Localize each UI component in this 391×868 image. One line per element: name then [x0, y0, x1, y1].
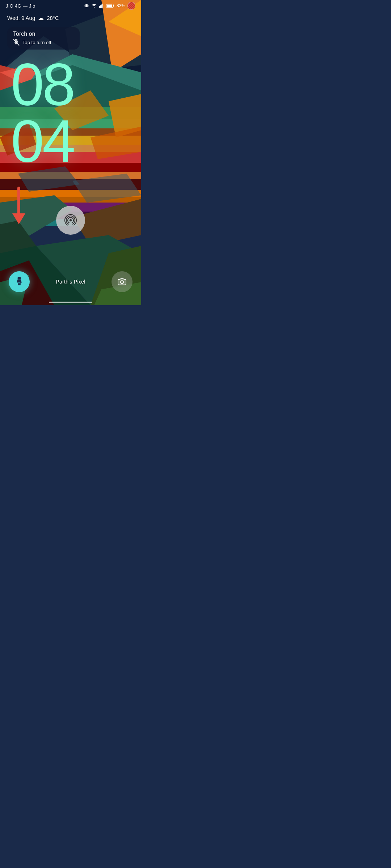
- battery-percent: 83%: [117, 3, 125, 8]
- device-name-text: Parth's Pixel: [56, 279, 85, 285]
- bottom-bar: Parth's Pixel: [0, 264, 141, 305]
- signal-icon: [99, 3, 104, 8]
- camera-button[interactable]: [112, 271, 133, 292]
- svg-rect-45: [102, 4, 103, 8]
- svg-rect-44: [101, 5, 102, 9]
- fingerprint-icon: [63, 212, 79, 228]
- svg-rect-55: [18, 282, 20, 283]
- down-arrow-icon: [11, 184, 33, 228]
- battery-icon: [106, 4, 114, 8]
- svg-rect-49: [15, 39, 17, 41]
- clock-display: 08 04: [11, 56, 74, 170]
- torch-title: Torch on: [13, 31, 74, 37]
- svg-rect-43: [100, 5, 101, 8]
- vibrate-icon: [84, 3, 89, 8]
- status-icons: 83%: [84, 2, 135, 10]
- torch-button[interactable]: [9, 271, 30, 292]
- arrow-indicator: [11, 184, 33, 229]
- camera-icon: [117, 278, 127, 286]
- torch-button-icon: [14, 277, 24, 286]
- date-text: Wed, 9 Aug: [7, 15, 35, 21]
- svg-rect-48: [107, 4, 112, 7]
- svg-rect-39: [85, 5, 85, 7]
- svg-rect-42: [99, 6, 100, 8]
- torch-notification[interactable]: Torch on Tap to turn off: [7, 27, 80, 50]
- torch-subtitle-row: Tap to turn off: [13, 39, 74, 46]
- clock-minutes: 04: [11, 108, 74, 174]
- temperature-text: 28°C: [47, 15, 59, 21]
- fingerprint-button[interactable]: [56, 206, 85, 235]
- svg-rect-40: [88, 5, 88, 7]
- svg-point-41: [94, 7, 94, 8]
- svg-rect-54: [18, 277, 21, 280]
- notification-area: Wed, 9 Aug ☁ 28°C Torch on Tap to turn o…: [7, 14, 80, 50]
- svg-point-51: [70, 219, 72, 221]
- fingerprint-area[interactable]: [56, 206, 85, 235]
- torch-off-icon: [13, 39, 20, 46]
- tap-to-turn-off-text: Tap to turn off: [22, 40, 51, 45]
- carrier-text: JIO 4G — Jio: [6, 3, 35, 9]
- weather-icon: ☁: [38, 14, 44, 21]
- status-bar: JIO 4G — Jio 83%: [0, 0, 141, 12]
- avatar: [127, 2, 135, 10]
- svg-rect-47: [113, 5, 114, 7]
- clock-area: 08 04: [0, 56, 141, 170]
- wifi-icon: [91, 3, 97, 8]
- svg-rect-38: [85, 4, 88, 7]
- date-weather: Wed, 9 Aug ☁ 28°C: [7, 14, 80, 21]
- svg-marker-53: [12, 213, 25, 224]
